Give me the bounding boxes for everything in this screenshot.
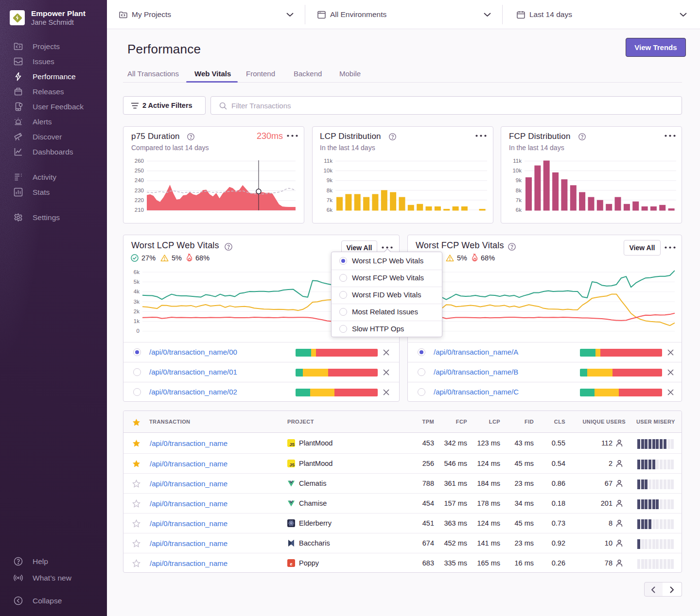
svg-text:JS: JS: [290, 462, 295, 467]
svg-text:e: e: [290, 561, 293, 566]
svg-text:JS: JS: [290, 442, 295, 447]
